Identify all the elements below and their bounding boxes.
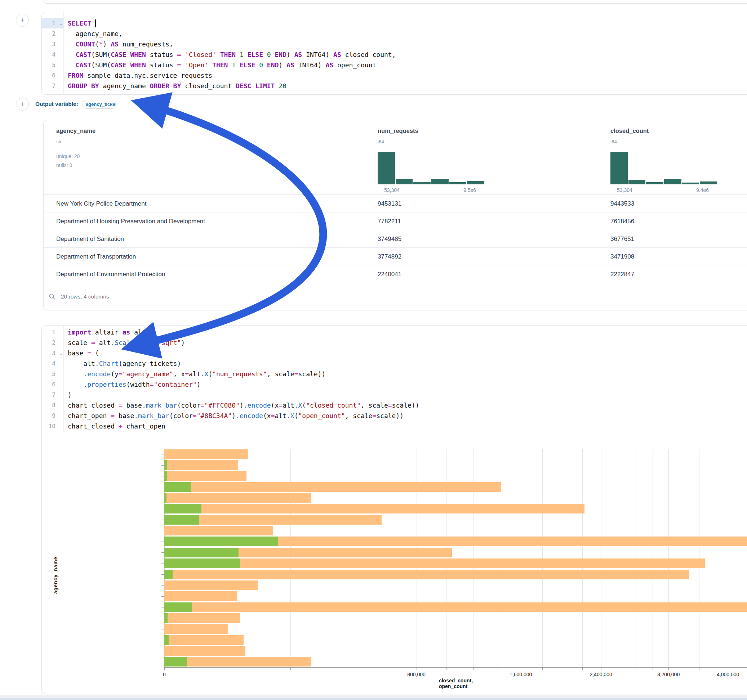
bar-open-count[interactable]: [164, 558, 240, 568]
bar-closed-count[interactable]: [164, 591, 237, 601]
bar-open-count[interactable]: [164, 613, 168, 623]
table-row[interactable]: New York City Police Department945313194…: [44, 195, 747, 213]
table-row[interactable]: Department of Housing Preservation and D…: [44, 212, 747, 230]
code-line[interactable]: 8chart_closed = base.mark_bar(color="#FF…: [42, 400, 747, 410]
add-cell-highlight-strip[interactable]: [0, 698, 747, 700]
x-axis-tick-label: 1,600,000: [510, 671, 532, 677]
bar-closed-count[interactable]: [164, 482, 501, 492]
results-table-card: agency_namestrunique: 20nulls: 0num_requ…: [43, 120, 747, 311]
y-axis-tick: [162, 487, 164, 487]
code-line[interactable]: 1⌄SELECT: [42, 18, 747, 29]
code-line[interactable]: 2 agency_name,: [42, 29, 747, 39]
bar-open-count[interactable]: [164, 602, 192, 612]
bar-open-count[interactable]: [164, 471, 167, 481]
bar-closed-count[interactable]: [164, 602, 747, 612]
bar-open-count[interactable]: [164, 504, 201, 513]
code-text: SELECT: [64, 18, 96, 29]
code-line[interactable]: 4 CAST(SUM(CASE WHEN status = 'Closed' T…: [42, 49, 747, 60]
code-line[interactable]: 6 .properties(width="container"): [42, 379, 747, 389]
bar-closed-count[interactable]: [164, 581, 258, 590]
bar-closed-count[interactable]: [164, 613, 240, 623]
code-line[interactable]: 10chart_closed + chart_open: [42, 421, 747, 431]
page-bottom-gap: [0, 695, 747, 698]
code-text: CAST(SUM(CASE WHEN status = 'Open' THEN …: [64, 60, 376, 70]
code-text: agency_name,: [64, 29, 122, 39]
bar-open-count[interactable]: [164, 537, 278, 546]
output-variable-label: Output variable:: [35, 101, 78, 107]
bar-closed-count[interactable]: [164, 635, 243, 645]
gridline: [619, 449, 619, 667]
table-cell: 3749485: [378, 230, 401, 248]
column-header[interactable]: closed_count: [611, 127, 649, 134]
code-line[interactable]: 1import altair as alt: [42, 327, 747, 337]
code-line[interactable]: 9chart_open = base.mark_bar(color="#8BC3…: [42, 410, 747, 421]
x-axis-tick: [563, 668, 563, 670]
code-line[interactable]: 4 alt.Chart(agency_tickets): [42, 358, 747, 369]
bar-open-count[interactable]: [164, 460, 167, 470]
code-line[interactable]: 6FROM sample_data.nyc.service_requests: [42, 70, 747, 81]
code-text: chart_open = base.mark_bar(color="#8BC34…: [64, 410, 404, 421]
gridline: [542, 449, 543, 667]
bar-open-count[interactable]: [164, 657, 187, 667]
x-axis-tick: [684, 668, 684, 670]
line-number: 1: [42, 327, 64, 337]
bar-closed-count[interactable]: [164, 471, 246, 481]
bar-open-count[interactable]: [164, 482, 191, 492]
bar-open-count[interactable]: [164, 635, 169, 645]
column-header[interactable]: agency_name: [56, 127, 95, 134]
code-line[interactable]: 3 COUNT(*) AS num_requests,: [42, 39, 747, 49]
code-line[interactable]: 5 CAST(SUM(CASE WHEN status = 'Open' THE…: [42, 60, 747, 70]
search-icon[interactable]: [48, 293, 56, 300]
bar-closed-count[interactable]: [164, 493, 312, 503]
gridline: [383, 449, 383, 667]
bar-closed-count[interactable]: [164, 460, 238, 470]
x-axis-tick-label: 2,400,000: [590, 671, 612, 677]
bar-closed-count[interactable]: [164, 624, 228, 634]
x-axis-tick: [542, 668, 543, 670]
x-axis-tick-label: 0: [163, 671, 166, 677]
histogram-bar: [413, 182, 431, 184]
code-line[interactable]: 7GROUP BY agency_name ORDER BY closed_co…: [42, 81, 747, 91]
table-row[interactable]: Department of Environmental Protection22…: [44, 265, 747, 283]
code-line[interactable]: 3⌄base = (: [42, 348, 747, 358]
python-code-editor[interactable]: 1import altair as alt2scale = alt.Scale(…: [42, 327, 747, 431]
bar-closed-count[interactable]: [164, 526, 273, 536]
line-number: 2: [42, 337, 64, 348]
bar-open-count[interactable]: [164, 548, 239, 557]
histogram-min-label: 53,304: [617, 187, 632, 193]
y-axis-tick: [162, 498, 164, 498]
y-axis-tick: [162, 596, 164, 597]
code-line[interactable]: 2scale = alt.Scale(type="sqrt"): [42, 337, 747, 348]
chevron-down-icon[interactable]: ⌄: [60, 348, 62, 359]
table-row[interactable]: Department of Transportation377489234719…: [44, 247, 747, 266]
histogram-bar: [467, 181, 484, 184]
bar-closed-count[interactable]: [164, 504, 584, 513]
gridline: [563, 449, 563, 667]
code-text: alt.Chart(agency_tickets): [64, 358, 181, 369]
table-row[interactable]: Department of Sanitation37494853677651: [44, 230, 747, 248]
column-stat: unique: 20: [56, 153, 80, 159]
column-header[interactable]: num_requests: [378, 127, 418, 134]
bar-open-count[interactable]: [164, 515, 199, 525]
gridline: [343, 449, 343, 667]
bar-open-count[interactable]: [164, 570, 172, 579]
column-histogram[interactable]: [611, 152, 717, 184]
add-cell-button-middle[interactable]: +: [16, 98, 29, 110]
chevron-down-icon[interactable]: ⌄: [60, 18, 62, 29]
code-text: chart_closed + chart_open: [64, 421, 165, 431]
bar-closed-count[interactable]: [164, 558, 705, 568]
column-histogram[interactable]: [378, 152, 484, 184]
add-cell-button-top[interactable]: +: [16, 14, 29, 27]
bar-closed-count[interactable]: [164, 570, 690, 579]
bar-closed-count[interactable]: [164, 450, 248, 459]
bar-open-count[interactable]: [164, 493, 166, 503]
bar-closed-count[interactable]: [164, 646, 245, 656]
table-cell: New York City Police Department: [56, 195, 146, 213]
code-line[interactable]: 5 .encode(y="agency_name", x=alt.X("num_…: [42, 369, 747, 379]
histogram-bar: [449, 182, 467, 184]
output-variable-badge[interactable]: agency_tickets: [83, 100, 116, 109]
code-line[interactable]: 7): [42, 389, 747, 400]
y-axis-tick: [162, 520, 164, 520]
gridline: [742, 449, 742, 667]
sql-code-editor[interactable]: 1⌄SELECT 2 agency_name,3 COUNT(*) AS num…: [42, 18, 747, 91]
